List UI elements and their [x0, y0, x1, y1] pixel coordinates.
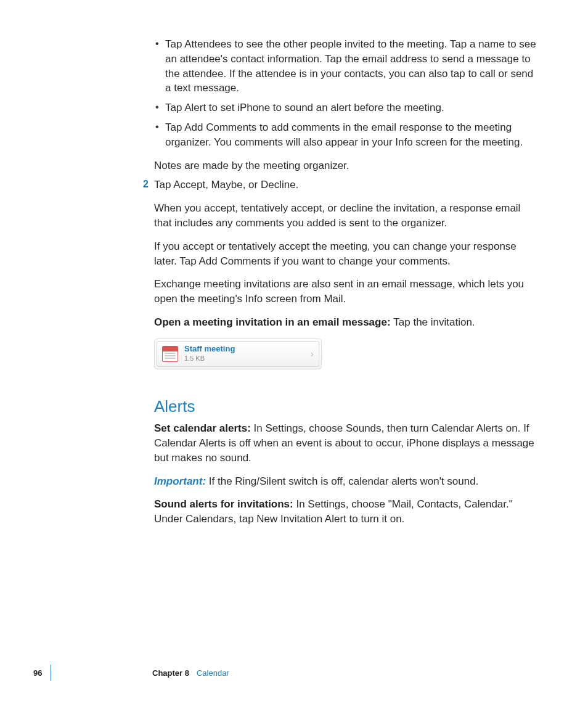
sound-alerts-label: Sound alerts for invitations:: [154, 498, 296, 510]
bullet-item: • Tap Attendees to see the other people …: [154, 37, 536, 96]
open-invitation-action: Tap the invitation.: [393, 316, 475, 328]
calendar-icon: [162, 346, 178, 362]
attachment-inner: Staff meeting 1.5 KB ›: [157, 341, 319, 367]
bullet-marker: •: [154, 37, 165, 51]
meeting-attachment[interactable]: Staff meeting 1.5 KB ›: [154, 339, 322, 369]
footer-separator: [51, 665, 51, 681]
bullet-marker: •: [154, 101, 165, 114]
content-column: • Tap Attendees to see the other people …: [154, 37, 536, 535]
bullet-marker: •: [154, 120, 165, 134]
chevron-right-icon: ›: [304, 347, 314, 360]
open-invitation-line: Open a meeting invitation in an email me…: [154, 315, 536, 330]
bullet-list: • Tap Attendees to see the other people …: [154, 37, 536, 150]
important-text: If the Ring/Silent switch is off, calend…: [209, 475, 479, 487]
paragraph: When you accept, tentatively accept, or …: [154, 201, 536, 231]
paragraph: If you accept or tentatively accept the …: [154, 239, 536, 269]
page-number: 96: [33, 668, 46, 678]
bullet-item: • Tap Alert to set iPhone to sound an al…: [154, 101, 536, 115]
step-2: 2 Tap Accept, Maybe, or Decline.: [154, 178, 536, 192]
chapter-label: Chapter 8: [152, 668, 189, 678]
attachment-title: Staff meeting: [184, 345, 304, 354]
page: • Tap Attendees to see the other people …: [0, 0, 588, 706]
notes-line: Notes are made by the meeting organizer.: [154, 158, 536, 173]
bullet-text: Tap Add Comments to add comments in the …: [165, 120, 536, 150]
set-calendar-alerts: Set calendar alerts: In Settings, choose…: [154, 421, 536, 465]
footer: 96 Chapter 8 Calendar: [33, 664, 526, 681]
paragraph: Exchange meeting invitations are also se…: [154, 277, 536, 306]
bullet-text: Tap Attendees to see the other people in…: [165, 37, 536, 96]
important-line: Important: If the Ring/Silent switch is …: [154, 474, 536, 489]
step-text: Tap Accept, Maybe, or Decline.: [154, 179, 298, 191]
attachment-text: Staff meeting 1.5 KB: [184, 345, 304, 363]
alerts-heading: Alerts: [154, 395, 536, 417]
bullet-item: • Tap Add Comments to add comments in th…: [154, 120, 536, 150]
attachment-outer: Staff meeting 1.5 KB ›: [154, 339, 322, 369]
sound-alerts-line: Sound alerts for invitations: In Setting…: [154, 497, 536, 527]
step-number: 2: [143, 178, 149, 191]
chapter-name: Calendar: [197, 668, 229, 678]
open-invitation-label: Open a meeting invitation in an email me…: [154, 316, 393, 328]
bullet-text: Tap Alert to set iPhone to sound an aler…: [165, 101, 536, 115]
set-alerts-label: Set calendar alerts:: [154, 422, 254, 434]
attachment-size: 1.5 KB: [184, 355, 304, 363]
important-label: Important:: [154, 475, 209, 487]
